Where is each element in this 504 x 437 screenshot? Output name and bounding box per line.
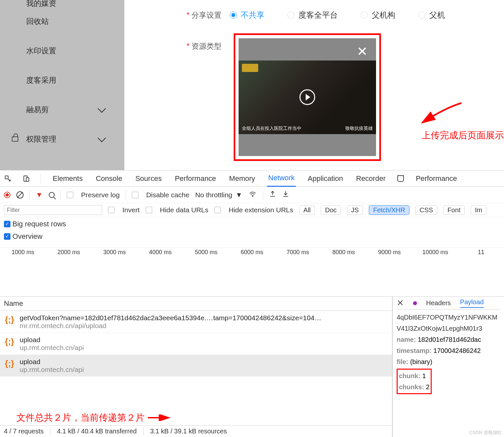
detail-tab-headers[interactable]: Headers: [426, 299, 451, 307]
devtools-tab-bar: Elements Console Sources Performance Mem…: [0, 170, 504, 187]
close-icon[interactable]: ✕: [357, 45, 368, 58]
chip-css[interactable]: CSS: [415, 205, 437, 215]
highlighted-payload: chunk: 1chunks: 2: [397, 369, 432, 394]
big-rows-checkbox[interactable]: [4, 221, 10, 227]
timeline-tick: 3000 ms: [92, 249, 137, 256]
json-icon: {;}: [4, 314, 15, 325]
chip-all[interactable]: All: [299, 205, 315, 215]
invert-checkbox[interactable]: [108, 207, 115, 213]
lock-icon: [12, 136, 18, 142]
inspect-icon[interactable]: [4, 175, 12, 183]
upload-icon[interactable]: [269, 190, 276, 199]
status-footer: 4 / 7 requests 4.1 kB / 40.4 kB transfer…: [0, 425, 392, 437]
download-icon[interactable]: [282, 190, 289, 199]
wifi-icon[interactable]: [248, 191, 257, 199]
preserve-log-checkbox[interactable]: [67, 192, 73, 198]
request-url: mr.rmt.omtech.cn/api/upload: [20, 322, 388, 330]
detail-pane: ✕ Headers Payload 4qDbI6EF7OPQTMyzY1NFWK…: [393, 297, 504, 437]
radio-no-share[interactable]: 不共享: [230, 10, 264, 20]
play-icon[interactable]: [299, 89, 315, 105]
sidebar-item-adopt[interactable]: 度客采用: [0, 65, 124, 95]
annotation-text-2: 文件总共２片，当前传递第２片: [16, 411, 145, 424]
request-row[interactable]: {;}uploadup.rmt.omtech.cn/api: [0, 333, 392, 355]
timeline-tick: 9000 ms: [367, 249, 412, 256]
svg-text:{;}: {;}: [5, 337, 14, 346]
json-icon: {;}: [4, 336, 15, 347]
filter-input[interactable]: [4, 205, 102, 215]
annotation-text-1: 上传完成后页面展示: [422, 129, 504, 142]
chip-fetch-xhr[interactable]: Fetch/XHR: [369, 205, 409, 215]
timeline-tick: 5000 ms: [183, 249, 229, 256]
timeline-tick: 6000 ms: [229, 249, 275, 256]
svg-rect-2: [26, 178, 29, 181]
svg-point-3: [252, 196, 253, 197]
request-url: up.rmt.omtech.cn/api: [20, 344, 388, 352]
close-detail-icon[interactable]: ✕: [397, 298, 404, 308]
chevron-down-icon: [99, 108, 105, 112]
chip-doc[interactable]: Doc: [321, 205, 341, 215]
watermark: CSDN @瓶烟红: [469, 430, 502, 436]
flask-icon: [397, 175, 404, 182]
tab-elements[interactable]: Elements: [51, 170, 84, 187]
disable-cache-checkbox[interactable]: [132, 192, 138, 198]
status-dot-icon: [413, 301, 417, 305]
clear-button[interactable]: [16, 191, 24, 199]
request-name: upload: [20, 358, 388, 366]
overview-checkbox[interactable]: [4, 233, 10, 240]
timeline-tick: 7000 ms: [275, 249, 321, 256]
sidebar-item-recycle[interactable]: 回收站: [0, 7, 124, 36]
share-setting-label: *分享设置: [187, 10, 222, 20]
json-icon: {;}: [4, 358, 15, 369]
payload-line: V41l3ZxOtKojw1LepghM01r3: [397, 323, 500, 334]
radio-parent-org[interactable]: 父机构: [361, 10, 395, 20]
timeline-tick: 10000 ms: [412, 249, 458, 256]
radio-parent-org2[interactable]: 父机: [418, 10, 445, 20]
sidebar-item-media[interactable]: 我的媒资: [0, 0, 124, 7]
payload-line: timestamp: 1700042486242: [397, 345, 500, 356]
sidebar-item-rongyi[interactable]: 融易剪: [0, 95, 124, 124]
main-form: *分享设置 不共享 度客全平台 父机构 父机 *资源类型 ✕ 全组人员在投入医院…: [124, 0, 504, 170]
chip-js[interactable]: JS: [347, 205, 363, 215]
chip-font[interactable]: Font: [443, 205, 465, 215]
devtools-panel: Elements Console Sources Performance Mem…: [0, 170, 504, 437]
sidebar: 我的媒资 回收站 水印设置 度客采用 融易剪 权限管理: [0, 0, 124, 170]
hide-data-urls-checkbox[interactable]: [146, 207, 152, 213]
tab-recorder[interactable]: Recorder: [355, 170, 387, 187]
thumb-caption-right: 致敬抗疫英雄: [345, 126, 373, 131]
request-url: up.rmt.omtech.cn/api: [20, 366, 388, 374]
payload-line: file: (binary): [397, 356, 500, 367]
svg-text:{;}: {;}: [5, 315, 14, 324]
request-row[interactable]: {;}getVodToken?name=182d01ef781d462dac2a…: [0, 311, 392, 333]
tab-memory[interactable]: Memory: [228, 170, 256, 187]
request-row[interactable]: {;}uploadup.rmt.omtech.cn/api: [0, 355, 392, 376]
hide-extension-urls-checkbox[interactable]: [214, 207, 221, 213]
request-name: getVodToken?name=182d01ef781d462dac2a3ee…: [20, 314, 388, 322]
tab-performance[interactable]: Performance: [173, 170, 217, 187]
device-icon[interactable]: [22, 175, 30, 183]
name-column-header[interactable]: Name: [0, 297, 392, 311]
timeline[interactable]: 1000 ms2000 ms3000 ms4000 ms5000 ms6000 …: [0, 248, 504, 297]
sidebar-item-watermark[interactable]: 水印设置: [0, 36, 124, 65]
resource-type-label: *资源类型: [187, 41, 222, 161]
tab-performance-insights[interactable]: Performance: [414, 170, 458, 187]
tab-application[interactable]: Application: [306, 170, 344, 187]
search-icon[interactable]: [49, 192, 55, 198]
throttling-select[interactable]: No throttling▼: [195, 191, 243, 199]
filter-icon[interactable]: ▼: [36, 191, 43, 199]
svg-rect-0: [5, 176, 8, 179]
tab-network[interactable]: Network: [267, 170, 296, 187]
timeline-tick: 8000 ms: [321, 249, 367, 256]
sidebar-item-permission[interactable]: 权限管理: [0, 124, 124, 154]
radio-all-platform[interactable]: 度客全平台: [287, 10, 338, 20]
timeline-tick: 1000 ms: [0, 249, 46, 256]
detail-tab-payload[interactable]: Payload: [460, 298, 484, 308]
upload-preview-box: ✕ 全组人员在投入医院工作当中致敬抗疫英雄: [234, 33, 381, 161]
chip-img[interactable]: Im: [471, 205, 486, 215]
chevron-down-icon: [99, 137, 105, 141]
tab-console[interactable]: Console: [95, 170, 124, 187]
tab-sources[interactable]: Sources: [134, 170, 163, 187]
svg-text:{;}: {;}: [5, 359, 14, 368]
video-thumbnail[interactable]: 全组人员在投入医院工作当中致敬抗疫英雄: [239, 61, 376, 134]
record-button[interactable]: [4, 192, 10, 198]
payload-line: name: 182d01ef781d462dac: [397, 334, 500, 345]
